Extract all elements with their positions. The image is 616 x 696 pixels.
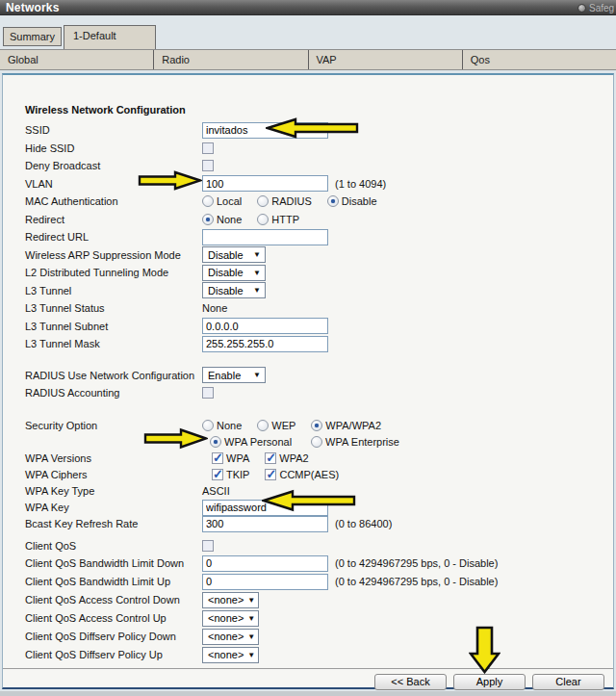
chevron-down-icon: ▼ xyxy=(253,250,261,259)
row-wpa-key: WPA Key xyxy=(3,500,613,516)
row-deny-broadcast: Deny Broadcast xyxy=(3,157,613,175)
wpa-mode-enterprise[interactable]: WPA Enterprise xyxy=(311,436,399,448)
page-title: Networks xyxy=(6,1,60,14)
bottom-strip xyxy=(0,691,616,696)
mac-auth-option-radius[interactable]: RADIUS xyxy=(257,195,312,207)
tab-1-default[interactable]: 1-Default xyxy=(64,25,156,49)
redirect-url-label: Redirect URL xyxy=(25,231,202,243)
qos-acl-up-select[interactable]: <none>▼ xyxy=(202,610,259,627)
row-l2-tunneling: L2 Distributed Tunneling Mode Disable▼ xyxy=(3,264,613,282)
status-indicator-icon xyxy=(578,4,586,13)
vlan-range-hint: (1 to 4094) xyxy=(335,178,386,190)
client-qos-checkbox[interactable] xyxy=(202,540,214,552)
l3-tunnel-mask-label: L3 Tunnel Mask xyxy=(25,338,202,349)
form-section-title: Wireless Network Configuration xyxy=(3,104,613,121)
row-hide-ssid: Hide SSID xyxy=(3,140,613,158)
deny-broadcast-label: Deny Broadcast xyxy=(25,160,202,171)
wpa-ciphers-tkip[interactable]: TKIP xyxy=(212,469,249,480)
radio-icon xyxy=(202,214,214,225)
row-l3-tunnel-subnet: L3 Tunnel Subnet xyxy=(3,318,613,336)
l3-tunnel-subnet-input[interactable] xyxy=(202,318,328,334)
row-radius-accounting: RADIUS Accounting xyxy=(3,384,613,402)
redirect-url-input[interactable] xyxy=(202,229,328,245)
section-tab-vap[interactable]: VAP xyxy=(309,50,463,69)
row-bcast-key-refresh: Bcast Key Refresh Rate (0 to 86400) xyxy=(3,516,613,532)
radio-icon xyxy=(202,195,214,207)
row-mac-authentication: MAC Authentication Local RADIUS Disable xyxy=(3,193,613,211)
back-button[interactable]: << Back xyxy=(374,674,447,690)
deny-broadcast-checkbox[interactable] xyxy=(202,160,214,171)
row-radius-use-network: RADIUS Use Network Configuration Enable▼ xyxy=(3,367,613,385)
qos-acl-down-select[interactable]: <none>▼ xyxy=(202,592,259,608)
ssid-label: SSID xyxy=(25,124,202,136)
chevron-down-icon: ▼ xyxy=(253,286,261,295)
ssid-input[interactable] xyxy=(202,122,328,139)
hide-ssid-checkbox[interactable] xyxy=(202,142,214,154)
qos-bw-up-input[interactable] xyxy=(202,574,328,590)
wpa-versions-wpa[interactable]: WPA xyxy=(212,452,249,464)
row-wpa-versions: WPA Versions WPA WPA2 xyxy=(3,451,613,467)
radius-use-network-select[interactable]: Enable▼ xyxy=(202,367,266,383)
qos-diffserv-up-select[interactable]: <none>▼ xyxy=(202,647,259,663)
bcast-key-refresh-input[interactable] xyxy=(202,516,328,532)
qos-diffserv-down-select[interactable]: <none>▼ xyxy=(202,629,259,645)
radius-accounting-checkbox[interactable] xyxy=(202,387,214,399)
l3-tunnel-select[interactable]: Disable▼ xyxy=(202,282,266,298)
l3-tunnel-label: L3 Tunnel xyxy=(25,285,202,296)
apply-button[interactable]: Apply xyxy=(453,674,526,690)
row-qos-bw-up: Client QoS Bandwidth Limit Up (0 to 4294… xyxy=(3,573,613,591)
vlan-input[interactable] xyxy=(202,175,328,192)
section-tab-global[interactable]: Global xyxy=(0,50,154,69)
row-qos-diffserv-up: Client QoS Diffserv Policy Up <none>▼ xyxy=(3,646,613,664)
redirect-label: Redirect xyxy=(25,214,202,225)
row-qos-acl-down: Client QoS Access Control Down <none>▼ xyxy=(3,591,613,609)
wpa-mode-personal[interactable]: WPA Personal xyxy=(210,436,292,448)
wpa-key-input[interactable] xyxy=(202,500,328,516)
clear-button[interactable]: Clear xyxy=(532,674,604,690)
radio-icon xyxy=(257,214,269,225)
mac-auth-option-local[interactable]: Local xyxy=(202,195,242,207)
qos-bw-up-label: Client QoS Bandwidth Limit Up xyxy=(25,576,202,587)
section-tab-qos[interactable]: Qos xyxy=(463,50,616,69)
wpa-ciphers-ccmp[interactable]: CCMP(AES) xyxy=(265,469,339,480)
l3-tunnel-mask-input[interactable] xyxy=(202,336,328,352)
l3-tunnel-status-label: L3 Tunnel Status xyxy=(25,302,202,314)
row-qos-acl-up: Client QoS Access Control Up <none>▼ xyxy=(3,609,613,628)
title-bar: Networks Safeg xyxy=(0,0,616,15)
radius-use-network-label: RADIUS Use Network Configuration xyxy=(25,370,202,381)
security-option-wep[interactable]: WEP xyxy=(257,420,295,431)
mac-auth-option-disable[interactable]: Disable xyxy=(327,195,377,207)
row-l3-tunnel-mask: L3 Tunnel Mask xyxy=(3,335,613,353)
radio-icon xyxy=(210,436,221,448)
wpa-versions-wpa2[interactable]: WPA2 xyxy=(265,452,308,464)
row-l3-tunnel-status: L3 Tunnel Status None xyxy=(3,299,613,318)
chevron-down-icon: ▼ xyxy=(247,632,255,641)
security-option-wpa-wpa2[interactable]: WPA/WPA2 xyxy=(311,420,381,431)
checkbox-icon xyxy=(212,452,223,464)
networks-config-page: { "header": { "title": "Networks", "stat… xyxy=(0,0,616,696)
redirect-option-none[interactable]: None xyxy=(202,214,242,225)
client-qos-label: Client QoS xyxy=(25,540,202,552)
chevron-down-icon: ▼ xyxy=(247,596,255,605)
wpa-key-type-label: WPA Key Type xyxy=(25,485,202,497)
bcast-key-refresh-label: Bcast Key Refresh Rate xyxy=(25,518,202,529)
l3-tunnel-status-value: None xyxy=(202,302,227,314)
qos-bw-down-input[interactable] xyxy=(202,555,328,572)
tab-summary[interactable]: Summary xyxy=(3,27,62,46)
arp-suppression-select[interactable]: Disable▼ xyxy=(202,246,266,263)
row-vlan: VLAN (1 to 4094) xyxy=(3,175,613,193)
checkbox-icon xyxy=(265,452,276,464)
row-redirect: Redirect None HTTP xyxy=(3,211,613,229)
row-client-qos: Client QoS xyxy=(3,538,613,554)
security-option-none[interactable]: None xyxy=(202,420,242,431)
section-tab-radio[interactable]: Radio xyxy=(154,50,308,69)
hide-ssid-label: Hide SSID xyxy=(25,142,202,154)
radio-icon xyxy=(257,195,269,207)
row-l3-tunnel: L3 Tunnel Disable▼ xyxy=(3,282,613,300)
redirect-option-http[interactable]: HTTP xyxy=(257,214,299,225)
checkbox-icon xyxy=(212,469,223,480)
checkbox-icon xyxy=(265,469,276,480)
wpa-key-label: WPA Key xyxy=(25,502,202,513)
chevron-down-icon: ▼ xyxy=(247,614,255,623)
l2-tunneling-select[interactable]: Disable▼ xyxy=(202,265,266,281)
